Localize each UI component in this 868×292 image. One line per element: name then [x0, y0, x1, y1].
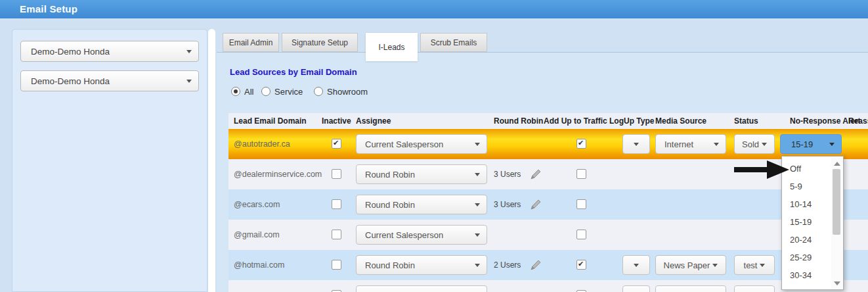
caret-down-icon: [829, 143, 835, 146]
caret-down-icon: [186, 50, 192, 53]
assignee-value: Current Salesperson: [357, 139, 443, 149]
col-traffic-log: Add Up to Traffic Log: [544, 113, 624, 129]
domain-label: @ecars.com: [234, 189, 280, 220]
col-inactive: Inactive: [322, 113, 351, 129]
assignee-select[interactable]: Current Salesperson: [356, 225, 487, 245]
menu-scrollbar[interactable]: [831, 157, 842, 290]
dealer-select-primary[interactable]: Demo-Demo Honda: [20, 41, 199, 62]
inactive-checkbox[interactable]: [332, 230, 341, 239]
dealer-select-secondary[interactable]: Demo-Demo Honda: [20, 70, 199, 91]
table-row-dealerminservice[interactable]: @dealerminservice.com Round Robin 3 User…: [228, 159, 868, 189]
radio-showroom-label: Showroom: [327, 87, 368, 97]
dealer-select-primary-value: Demo-Demo Honda: [21, 47, 110, 57]
caret-down-icon: [475, 264, 480, 267]
status-select[interactable]: Sold: [734, 134, 775, 154]
radio-showroom[interactable]: [314, 87, 323, 96]
media-source-select[interactable]: [655, 285, 726, 292]
media-source-select[interactable]: Internet: [655, 134, 726, 154]
up-type-select[interactable]: [622, 255, 650, 275]
tab-label: Scrub Emails: [431, 38, 477, 47]
caret-down-icon: [475, 173, 480, 176]
caret-down-icon: [760, 264, 765, 267]
menu-item-20-24[interactable]: 20-24: [783, 231, 830, 249]
tab-email-admin[interactable]: Email Admin: [223, 33, 279, 52]
inactive-checkbox[interactable]: [332, 199, 341, 209]
status-select[interactable]: test: [734, 255, 775, 275]
caret-down-icon: [475, 203, 480, 207]
radio-service[interactable]: [261, 87, 271, 96]
email-setup-screen: Email Setup Demo-Demo Honda Demo-Demo Ho…: [0, 0, 868, 292]
traffic-log-checkbox[interactable]: [576, 169, 586, 179]
assignee-select[interactable]: Current Salesperson: [356, 134, 487, 154]
section-title: Lead Sources by Email Domain: [230, 67, 357, 77]
radio-all[interactable]: [231, 87, 240, 96]
table-row-partial[interactable]: [228, 280, 868, 292]
edit-pencil-icon[interactable]: [530, 259, 542, 271]
traffic-log-checkbox[interactable]: [576, 230, 586, 239]
assignee-select[interactable]: Round Robin: [356, 164, 487, 184]
radio-all-label: All: [244, 87, 253, 97]
media-source-select[interactable]: News Paper: [655, 255, 726, 275]
assignee-value: Round Robin: [357, 200, 415, 210]
scroll-down-icon[interactable]: [834, 281, 840, 285]
no-response-alert-select[interactable]: 15-19: [780, 134, 842, 154]
col-media-source: Media Source: [655, 113, 706, 129]
assignee-select[interactable]: Round Robin: [356, 255, 487, 275]
scroll-up-icon[interactable]: [834, 162, 840, 166]
menu-item-35-39[interactable]: 35-39: [783, 285, 830, 290]
media-source-value: News Paper: [664, 260, 710, 270]
traffic-log-checkbox[interactable]: [576, 260, 586, 270]
table-row-ecars[interactable]: @ecars.com Round Robin 3 Users: [228, 189, 868, 220]
domain-label: @autotrader.ca: [234, 129, 290, 159]
scrollbar-thumb[interactable]: [833, 169, 840, 235]
table-row-autotrader[interactable]: @autotrader.ca Current Salesperson Inter…: [228, 129, 868, 159]
col-status: Status: [734, 113, 758, 129]
tab-i-leads[interactable]: I-Leads: [366, 33, 418, 61]
assignee-select[interactable]: [356, 285, 487, 292]
table-row-gmail[interactable]: @gmail.com Current Salesperson: [228, 220, 868, 250]
tab-label: Email Admin: [229, 38, 273, 47]
caret-down-icon: [475, 233, 480, 237]
caret-down-icon: [186, 80, 192, 83]
traffic-log-checkbox[interactable]: [576, 139, 586, 149]
traffic-log-checkbox[interactable]: [576, 199, 586, 209]
table-header: Lead Email Domain Inactive Assignee Roun…: [228, 113, 868, 129]
app-header: Email Setup: [0, 0, 868, 18]
up-type-select[interactable]: [622, 134, 650, 154]
up-type-select[interactable]: [622, 285, 650, 292]
assignee-select[interactable]: Round Robin: [356, 195, 487, 214]
menu-item-off[interactable]: Off: [783, 160, 830, 178]
tab-label: I-Leads: [378, 43, 404, 52]
assignee-value: Round Robin: [357, 260, 415, 270]
menu-item-15-19[interactable]: 15-19: [783, 214, 830, 231]
status-select[interactable]: [734, 285, 775, 292]
menu-item-5-9[interactable]: 5-9: [783, 178, 830, 195]
col-reassign: Reass: [848, 113, 868, 129]
inactive-checkbox[interactable]: [332, 139, 341, 149]
col-lead-email-domain: Lead Email Domain: [234, 113, 307, 129]
edit-pencil-icon[interactable]: [530, 168, 542, 180]
radio-service-label: Service: [274, 87, 303, 97]
tab-signature-setup[interactable]: Signature Setup: [282, 33, 358, 52]
panel-splitter[interactable]: [208, 29, 215, 292]
dealer-panel: Demo-Demo Honda Demo-Demo Honda: [12, 29, 207, 292]
menu-item-30-34[interactable]: 30-34: [783, 267, 830, 284]
inactive-checkbox[interactable]: [332, 260, 341, 270]
table-row-hotmai[interactable]: @hotmai.com Round Robin 2 Users News Pap…: [228, 250, 868, 280]
round-robin-users: 3 Users: [494, 170, 521, 179]
round-robin-users: 3 Users: [494, 200, 521, 209]
assignee-value: Current Salesperson: [357, 230, 443, 240]
edit-pencil-icon[interactable]: [530, 199, 542, 210]
inactive-checkbox[interactable]: [332, 169, 341, 179]
caret-down-icon: [714, 143, 719, 146]
tab-scrub-emails[interactable]: Scrub Emails: [420, 33, 487, 52]
no-response-value: 15-19: [781, 139, 813, 149]
media-source-value: Internet: [656, 139, 693, 149]
menu-item-25-29[interactable]: 25-29: [783, 249, 830, 266]
domain-label: @gmail.com: [234, 220, 280, 250]
caret-down-icon: [762, 143, 767, 146]
menu-item-10-14[interactable]: 10-14: [783, 196, 830, 213]
no-response-alert-menu: Off 5-9 10-14 15-19 20-24 25-29 30-34 35…: [781, 156, 844, 290]
col-assignee: Assignee: [356, 113, 391, 129]
tab-label: Signature Setup: [292, 38, 348, 47]
